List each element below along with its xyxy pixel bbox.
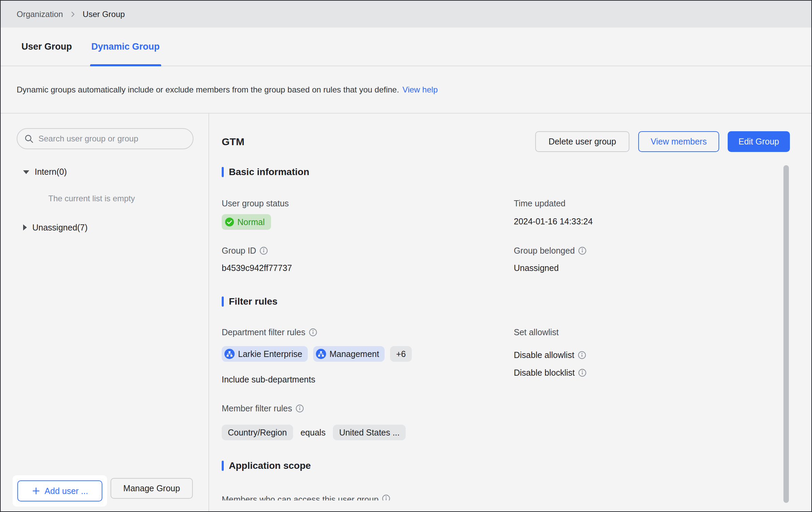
group-id-label: Group ID [222, 246, 268, 256]
tree-item-text: Intern(0) [35, 167, 67, 177]
search-icon [24, 134, 34, 143]
disable-blocklist-value: Disable blocklist [514, 368, 587, 378]
info-icon[interactable] [309, 328, 317, 337]
description-bar: Dynamic groups automatically include or … [1, 66, 811, 114]
view-help-link[interactable]: View help [403, 85, 438, 95]
edit-group-button[interactable]: Edit Group [728, 131, 790, 152]
department-tag-label: Larkie Enterprise [238, 349, 302, 359]
delete-user-group-button[interactable]: Delete user group [535, 131, 629, 152]
time-updated-value: 2024-01-16 14:33:24 [514, 217, 593, 226]
add-user-button-label: Add user ... [45, 486, 88, 496]
section-heading-label: Application scope [229, 460, 311, 471]
info-icon[interactable] [295, 404, 304, 413]
member-filter-field-pill: Country/Region [222, 425, 293, 440]
include-sub-departments-text: Include sub-departments [222, 375, 315, 385]
status-label: User group status [222, 199, 289, 208]
app-window: Organization User Group User Group Dynam… [0, 0, 812, 512]
tree-item-label: Intern [35, 167, 56, 176]
set-allowlist-label: Set allowlist [514, 327, 559, 337]
department-tag: Larkie Enterprise [222, 346, 308, 362]
basic-information-heading: Basic information [222, 167, 309, 177]
group-title: GTM [222, 131, 244, 152]
tab-user-group-label: User Group [21, 41, 72, 52]
info-icon[interactable] [578, 369, 587, 377]
member-filter-label: Member filter rules [222, 404, 304, 413]
vertical-scrollbar[interactable] [783, 165, 789, 503]
tree-item-count: (0) [56, 167, 67, 176]
tree-item-label: Unassigned [32, 223, 77, 232]
group-detail-panel: GTM Delete user group View members Edit … [209, 114, 811, 511]
department-icon [316, 349, 326, 359]
breadcrumb-organization[interactable]: Organization [17, 10, 63, 19]
search-input[interactable] [38, 134, 186, 143]
add-user-button[interactable]: Add user ... [17, 480, 102, 501]
tree-item-unassigned[interactable]: Unassigned(7) [23, 220, 88, 235]
department-filter-label: Department filter rules [222, 327, 317, 337]
info-icon[interactable] [259, 246, 268, 255]
search-box[interactable] [17, 128, 193, 149]
caret-right-icon [23, 224, 27, 231]
group-belonged-label-text: Group belonged [514, 246, 575, 256]
member-filter-label-text: Member filter rules [222, 404, 292, 413]
department-tag-label: Management [329, 349, 379, 359]
application-scope-heading: Application scope [222, 460, 311, 471]
caret-down-icon [23, 170, 29, 174]
check-circle-icon [225, 218, 234, 226]
member-filter-value-pill: United States ... [333, 425, 406, 440]
department-icon [224, 349, 235, 359]
tab-dynamic-group-label: Dynamic Group [91, 41, 160, 52]
info-icon [382, 494, 390, 500]
info-icon[interactable] [578, 351, 586, 359]
section-heading-label: Filter rules [229, 296, 277, 307]
tree-item-count: (7) [77, 223, 88, 232]
empty-list-note: The current list is empty [48, 194, 135, 203]
disable-allowlist-text: Disable allowlist [514, 350, 574, 360]
disable-allowlist-value: Disable allowlist [514, 350, 586, 360]
tree-item-text: Unassigned(7) [32, 223, 88, 233]
section-accent-bar [222, 167, 224, 177]
breadcrumb: Organization User Group [1, 1, 811, 28]
tab-user-group[interactable]: User Group [21, 28, 72, 66]
group-id-label-text: Group ID [222, 246, 256, 256]
department-tags: Larkie Enterprise Management +6 [222, 346, 412, 362]
disable-blocklist-text: Disable blocklist [514, 368, 575, 378]
department-tag: Management [313, 346, 385, 362]
group-id-value: b4539c942ff77737 [222, 263, 292, 273]
section-accent-bar [222, 461, 224, 471]
status-badge: Normal [222, 214, 271, 230]
tree-item-intern[interactable]: Intern(0) [23, 164, 67, 180]
group-belonged-label: Group belonged [514, 246, 587, 256]
group-sidebar: Intern(0) The current list is empty Unas… [1, 114, 209, 511]
spotlight-highlight: Add user ... [13, 475, 107, 507]
department-filter-label-text: Department filter rules [222, 327, 305, 337]
status-badge-label: Normal [237, 217, 265, 227]
content-area: Intern(0) The current list is empty Unas… [1, 114, 811, 511]
time-updated-label: Time updated [514, 199, 565, 208]
description-text: Dynamic groups automatically include or … [17, 85, 399, 95]
tab-dynamic-group[interactable]: Dynamic Group [91, 28, 160, 66]
breadcrumb-user-group: User Group [83, 10, 125, 19]
section-heading-label: Basic information [229, 167, 309, 177]
member-filter-operator: equals [301, 428, 326, 438]
chevron-right-icon [69, 11, 77, 18]
member-filter-rule: Country/Region equals United States ... [222, 425, 406, 440]
clipped-scope-row: Members who can access this user group [222, 494, 390, 500]
manage-group-button[interactable]: Manage Group [111, 478, 193, 499]
scope-members-label: Members who can access this user group [222, 494, 378, 500]
section-accent-bar [222, 296, 224, 307]
info-icon[interactable] [578, 246, 587, 255]
more-tags-badge[interactable]: +6 [390, 346, 412, 362]
tab-bar: User Group Dynamic Group [1, 28, 811, 66]
group-belonged-value: Unassigned [514, 263, 559, 273]
plus-icon [32, 487, 40, 495]
filter-rules-heading: Filter rules [222, 296, 277, 307]
view-members-button[interactable]: View members [638, 131, 719, 152]
